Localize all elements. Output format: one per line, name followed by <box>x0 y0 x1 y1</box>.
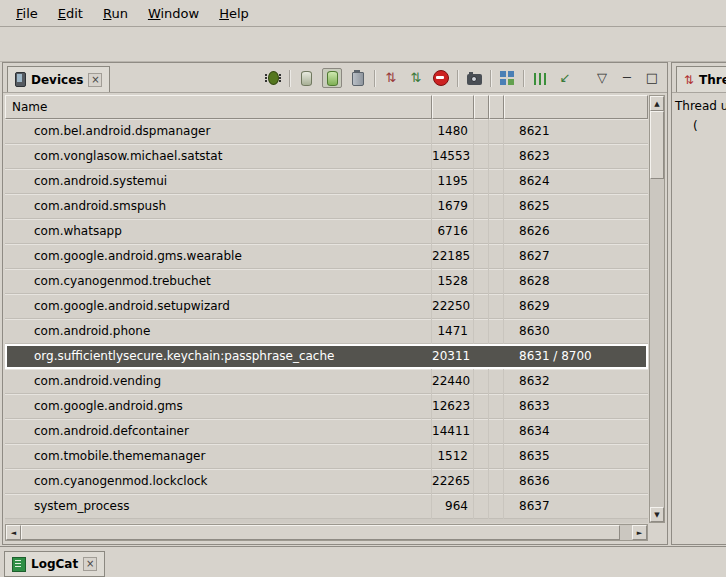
menu-window[interactable]: Window <box>138 2 209 25</box>
spare-cell <box>489 344 504 369</box>
spare-cell <box>489 269 504 294</box>
process-pid: 964 <box>432 494 474 519</box>
table-row[interactable]: com.google.android.gms.wearable 22185 86… <box>5 244 648 269</box>
dump-view-hierarchy-icon[interactable] <box>498 69 516 87</box>
toolbar-separator <box>523 70 524 87</box>
minimize-icon[interactable]: ─ <box>618 69 636 87</box>
process-pid: 1679 <box>432 194 474 219</box>
table-row[interactable]: com.android.phone 1471 8630 <box>5 319 648 344</box>
menu-help[interactable]: Help <box>209 2 259 25</box>
spare-cell <box>489 394 504 419</box>
spare-cell <box>489 144 504 169</box>
spare-cell <box>474 294 489 319</box>
table-row[interactable]: com.android.systemui 1195 8624 <box>5 169 648 194</box>
spare-cell <box>489 494 504 519</box>
spare-cell <box>474 219 489 244</box>
process-name: com.vonglasow.michael.satstat <box>5 144 432 169</box>
stop-process-icon[interactable] <box>432 69 450 87</box>
close-icon[interactable]: × <box>88 73 102 87</box>
update-heap-icon[interactable] <box>297 69 315 87</box>
table-row[interactable]: com.whatsapp 6716 8626 <box>5 219 648 244</box>
process-name: system_process <box>5 494 432 519</box>
menu-edit[interactable]: Edit <box>48 2 93 25</box>
table-row[interactable]: com.cyanogenmod.trebuchet 1528 8628 <box>5 269 648 294</box>
maximize-icon[interactable]: □ <box>643 69 661 87</box>
column-header-name[interactable]: Name <box>5 95 432 119</box>
horizontal-scrollbar[interactable]: ◄ ► <box>5 524 648 541</box>
tab-logcat[interactable]: LogCat × <box>4 551 105 577</box>
spare-cell <box>474 444 489 469</box>
process-name: com.whatsapp <box>5 219 432 244</box>
logcat-bar: LogCat × <box>0 546 726 577</box>
table-row[interactable]: com.tmobile.thememanager 1512 8635 <box>5 444 648 469</box>
tree-arrow-icon[interactable]: ↙ <box>556 69 574 87</box>
threads-message-line2: ( <box>693 119 723 133</box>
threads-tabbar: ⇅ Threads × <box>672 63 726 93</box>
column-header-spare2[interactable] <box>489 95 504 119</box>
scroll-right-icon[interactable]: ► <box>632 525 647 540</box>
threads-body: Thread up ( <box>672 93 726 139</box>
menu-file[interactable]: File <box>6 2 48 25</box>
table-row[interactable]: com.google.android.gms 12623 8633 <box>5 394 648 419</box>
column-header-spare1[interactable] <box>474 95 489 119</box>
column-header-port[interactable] <box>504 95 648 119</box>
devices-panel: Devices × ⇅⇅↙▽─□ Name com.bel.android.ds… <box>2 62 668 545</box>
tab-devices[interactable]: Devices × <box>7 66 110 92</box>
table-row[interactable]: com.cyanogenmod.lockclock 22265 8636 <box>5 469 648 494</box>
process-name: com.google.android.gms.wearable <box>5 244 432 269</box>
spare-cell <box>474 469 489 494</box>
process-port: 8630 <box>504 319 648 344</box>
process-name: com.bel.android.dspmanager <box>5 119 432 144</box>
scroll-up-icon[interactable]: ▲ <box>650 96 664 111</box>
process-port: 8637 <box>504 494 648 519</box>
table-row[interactable]: com.vonglasow.michael.satstat 14553 8623 <box>5 144 648 169</box>
process-name: org.sufficientlysecure.keychain:passphra… <box>5 344 432 369</box>
spare-cell <box>489 244 504 269</box>
close-icon[interactable]: × <box>83 557 97 571</box>
scroll-left-icon[interactable]: ◄ <box>6 525 21 540</box>
process-port: 8636 <box>504 469 648 494</box>
process-name: com.google.android.setupwizard <box>5 294 432 319</box>
process-port: 8632 <box>504 369 648 394</box>
capture-system-info-icon <box>534 73 547 85</box>
process-pid: 14411 <box>432 419 474 444</box>
table-row[interactable]: com.google.android.setupwizard 22250 862… <box>5 294 648 319</box>
debug-process-icon[interactable] <box>264 69 282 87</box>
tab-threads[interactable]: ⇅ Threads × <box>676 66 726 92</box>
stop-process-icon <box>433 70 449 86</box>
menu-run[interactable]: Run <box>93 2 138 25</box>
column-header-pid[interactable] <box>432 95 474 119</box>
device-icon <box>15 72 26 87</box>
process-name: com.android.defcontainer <box>5 419 432 444</box>
table-row[interactable]: com.android.smspush 1679 8625 <box>5 194 648 219</box>
spare-cell <box>474 494 489 519</box>
vertical-scroll-thumb[interactable] <box>650 111 664 179</box>
process-pid: 1195 <box>432 169 474 194</box>
scroll-down-icon[interactable]: ▼ <box>650 507 664 522</box>
process-pid: 22185 <box>432 244 474 269</box>
spare-cell <box>489 369 504 394</box>
spare-cell <box>474 369 489 394</box>
spare-cell <box>489 119 504 144</box>
cause-gc-icon[interactable] <box>349 69 367 87</box>
capture-system-info-icon[interactable] <box>531 69 549 87</box>
spare-cell <box>474 394 489 419</box>
process-port: 8624 <box>504 169 648 194</box>
spare-cell <box>474 319 489 344</box>
update-threads-icon[interactable]: ⇅ <box>382 69 400 87</box>
view-menu-icon[interactable]: ▽ <box>593 69 611 87</box>
table-row[interactable]: com.bel.android.dspmanager 1480 8621 <box>5 119 648 144</box>
table-row[interactable]: org.sufficientlysecure.keychain:passphra… <box>5 344 648 369</box>
process-port: 8625 <box>504 194 648 219</box>
vertical-scrollbar[interactable]: ▲ ▼ <box>649 95 665 523</box>
dump-hprof-icon[interactable] <box>322 68 342 88</box>
table-row[interactable]: com.android.defcontainer 14411 8634 <box>5 419 648 444</box>
screen-capture-icon[interactable] <box>465 69 483 87</box>
table-row[interactable]: system_process 964 8637 <box>5 494 648 519</box>
process-pid: 12623 <box>432 394 474 419</box>
toolbar-separator <box>457 70 458 87</box>
start-method-profiling-icon[interactable]: ⇅ <box>407 69 425 87</box>
horizontal-scroll-thumb[interactable] <box>21 525 620 540</box>
table-row[interactable]: com.android.vending 22440 8632 <box>5 369 648 394</box>
spare-cell <box>474 119 489 144</box>
